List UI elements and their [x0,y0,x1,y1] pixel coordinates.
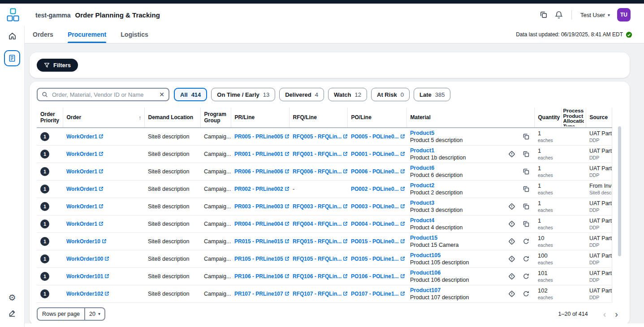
order-link[interactable]: WorkOrder101 [66,273,109,280]
order-link[interactable]: WorkOrder1 [66,133,104,140]
clear-search-icon[interactable]: ✕ [159,91,164,98]
rfq-line-link[interactable]: RFQ015 - RFQLin... [293,238,347,245]
po-line-link[interactable]: PO015 - POLine0... [351,238,405,245]
substitution-icon[interactable] [523,255,530,262]
col-header-process-product-allocation-type[interactable]: Process Product Allocation Type [561,108,586,128]
rfq-line-link[interactable]: RFQ106 - RFQLin... [293,273,347,280]
material-link[interactable]: Product105 [410,252,441,258]
warning-diamond-icon[interactable] [508,203,515,210]
rows-per-page-select[interactable]: Rows per page 20 ▾ [37,307,105,321]
rfq-line-link[interactable]: RFQ005 - RFQLin... [293,133,347,140]
order-link[interactable]: WorkOrder1 [66,221,104,227]
copy-icon[interactable] [523,220,530,228]
notifications-bell-icon[interactable] [555,11,563,19]
tab-orders[interactable]: Orders [33,26,53,43]
gear-icon[interactable]: ⚙ [8,293,16,302]
pr-line-link[interactable]: PR105 - PRLine105 [234,256,289,262]
po-line-link[interactable]: PO002 - POLine0... [351,186,405,192]
material-link[interactable]: Product107 [410,287,441,293]
substitution-icon[interactable] [523,290,530,297]
home-icon[interactable] [8,32,17,40]
order-link[interactable]: WorkOrder1 [66,186,104,192]
rfq-line-link[interactable]: RFQ107 - RFQLin... [293,291,347,297]
next-page-button[interactable]: › [610,310,622,318]
search-input[interactable] [51,91,156,99]
po-line-link[interactable]: PO107 - POLine1... [351,291,405,297]
order-link[interactable]: WorkOrder1 [66,151,104,157]
filter-chip-watch[interactable]: Watch12 [328,88,367,101]
pr-line-link[interactable]: PR001 - PRLine001 [234,151,289,157]
filter-chip-late[interactable]: Late385 [414,88,450,101]
order-link[interactable]: WorkOrder100 [66,256,109,262]
po-line-link[interactable]: PO006 - POLine0... [351,168,405,175]
pr-line-link[interactable]: PR006 - PRLine006 [234,168,289,175]
edit-pencil-icon[interactable] [8,309,16,317]
pr-line-link[interactable]: PR005 - PRLine005 [234,133,289,140]
tab-logistics[interactable]: Logistics [121,26,148,43]
col-header-demand-location[interactable]: Demand Location [144,108,200,128]
col-header-order-priority[interactable]: Order Priority [37,108,63,128]
rfq-line-link[interactable]: RFQ004 - RFQLin... [293,221,347,227]
filters-button[interactable]: Filters [37,59,78,72]
avatar[interactable]: TU [617,8,631,22]
pr-line-link[interactable]: PR004 - PRLine004 [234,221,289,227]
col-header-material[interactable]: Material [406,108,534,128]
filter-chip-on-time-early[interactable]: On Time / Early13 [211,88,275,101]
previous-page-button[interactable]: ‹ [599,310,611,318]
filter-chip-all[interactable]: All414 [174,88,207,101]
copy-icon[interactable] [523,203,530,210]
material-link[interactable]: Product2 [410,182,434,189]
col-header-program-group[interactable]: Program Group [200,108,231,128]
order-link[interactable]: WorkOrder1 [66,203,104,210]
col-header-po-line[interactable]: PO/Line [347,108,406,128]
po-line-link[interactable]: PO003 - POLine0... [351,203,405,210]
order-link[interactable]: WorkOrder102 [66,291,109,297]
filter-chip-at-risk[interactable]: At Risk0 [371,88,410,101]
material-link[interactable]: Product15 [410,235,437,241]
rfq-line-link[interactable]: RFQ001 - RFQLin... [293,151,347,157]
material-link[interactable]: Product106 [410,270,441,276]
col-header-pr-line[interactable]: PR/Line [231,108,289,128]
col-header-order[interactable]: Order ↑ [63,108,144,128]
material-link[interactable]: Product1 [410,147,434,154]
po-line-link[interactable]: PO001 - POLine0... [351,151,405,157]
copy-icon[interactable] [523,185,530,193]
warning-diamond-icon[interactable] [508,238,515,245]
pr-line-link[interactable]: PR107 - PRLine107 [234,291,289,297]
copy-icon[interactable] [523,151,530,158]
sort-ascending-icon[interactable]: ↑ [138,114,142,121]
sidebar-item-procurement-list[interactable] [4,50,20,66]
warning-diamond-icon[interactable] [508,255,515,262]
col-header-rfq-line[interactable]: RFQ/Line [289,108,347,128]
pr-line-link[interactable]: PR015 - PRLine015 [234,238,289,245]
warning-diamond-icon[interactable] [508,273,515,280]
material-link[interactable]: Product5 [410,130,434,136]
col-header-source[interactable]: Source [586,108,612,128]
rfq-line-link[interactable]: RFQ105 - RFQLin... [293,256,347,262]
vertical-scrollbar[interactable] [618,126,621,256]
po-line-link[interactable]: PO004 - POLine0... [351,221,405,227]
col-header-quantity[interactable]: Quantity [534,108,561,128]
material-link[interactable]: Product6 [410,165,434,171]
warning-diamond-icon[interactable] [508,220,515,228]
substitution-icon[interactable] [523,273,530,280]
material-link[interactable]: Product3 [410,200,434,206]
substitution-icon[interactable] [523,238,530,245]
rfq-line-link[interactable]: RFQ006 - RFQLin... [293,168,347,175]
user-menu[interactable]: Test User ▾ [580,12,610,18]
order-link[interactable]: WorkOrder1 [66,168,104,175]
copy-icon[interactable] [523,168,530,175]
multi-window-icon[interactable] [540,11,548,19]
warning-diamond-icon[interactable] [508,290,515,297]
po-line-link[interactable]: PO105 - POLine1... [351,256,405,262]
warning-diamond-icon[interactable] [508,151,515,158]
order-link[interactable]: WorkOrder10 [66,238,107,245]
material-link[interactable]: Product4 [410,217,434,224]
pr-line-link[interactable]: PR106 - PRLine106 [234,273,289,280]
copy-icon[interactable] [523,133,530,140]
rfq-line-link[interactable]: RFQ003 - RFQLin... [293,203,347,210]
po-line-link[interactable]: PO106 - POLine1... [351,273,405,280]
filter-chip-delivered[interactable]: Delivered4 [279,88,324,101]
pr-line-link[interactable]: PR002 - PRLine002 [234,186,289,192]
po-line-link[interactable]: PO005 - POLine0... [351,133,405,140]
